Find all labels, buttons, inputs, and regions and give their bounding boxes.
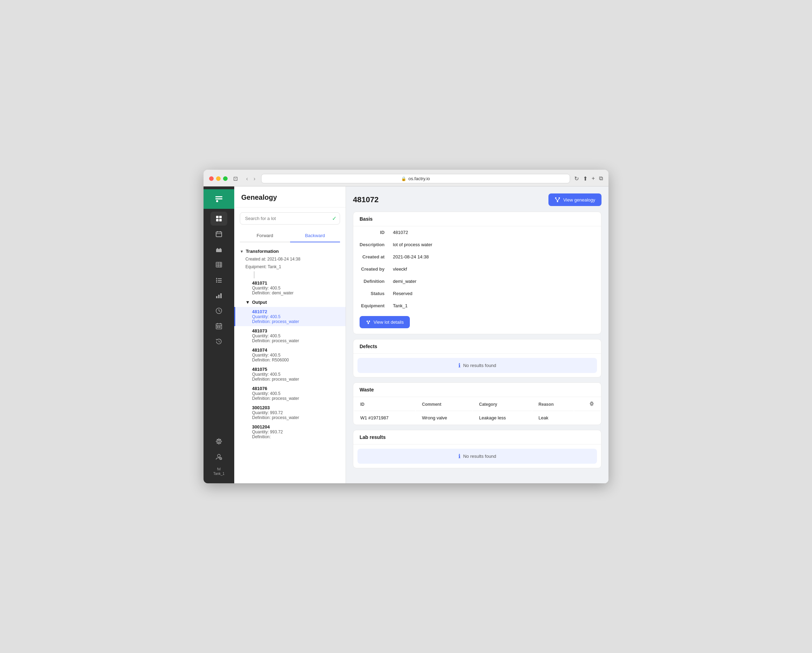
- svg-rect-6: [219, 219, 222, 222]
- lock-icon: 🔒: [401, 176, 406, 181]
- add-tab-icon[interactable]: +: [592, 175, 595, 182]
- sidebar-item-table[interactable]: [211, 258, 227, 272]
- sidebar-item-dashboard[interactable]: [211, 212, 227, 226]
- transformation-header[interactable]: ▼ Transformation: [234, 246, 346, 256]
- view-lot-label: View lot details: [374, 320, 404, 325]
- svg-point-39: [217, 454, 220, 457]
- item-id-481072: 481072: [252, 309, 340, 314]
- sidebar-item-clock[interactable]: [211, 304, 227, 318]
- output-header[interactable]: ▼ Output: [234, 298, 346, 307]
- col-category: Category: [473, 398, 531, 411]
- lab-no-results-text: No results found: [463, 454, 496, 459]
- basis-value-id: 481072: [393, 226, 595, 239]
- sidebar-item-calendar[interactable]: [211, 227, 227, 241]
- user-name: fvl: [217, 467, 221, 471]
- item-def-481075: Definition: process_water: [252, 377, 340, 382]
- user-location: Tank_1: [213, 472, 224, 476]
- view-genealogy-button[interactable]: View genealogy: [548, 193, 601, 206]
- svg-point-49: [368, 323, 369, 324]
- sidebar-item-settings[interactable]: [211, 434, 227, 448]
- lab-results-section: Lab results ℹ No results found: [353, 430, 601, 468]
- svg-point-47: [366, 321, 368, 322]
- svg-point-48: [369, 321, 370, 322]
- maximize-button[interactable]: [223, 176, 227, 181]
- svg-rect-24: [216, 296, 217, 298]
- item-qty-481072: Quantity: 400.5: [252, 314, 340, 319]
- col-id: ID: [354, 398, 415, 411]
- basis-value-definition: demi_water: [393, 275, 595, 288]
- close-button[interactable]: [209, 176, 214, 181]
- basis-label-equipment: Equipment: [360, 300, 393, 312]
- tree-item-481074[interactable]: 481074 Quantity: 400.5 Definition: R5060…: [234, 346, 346, 365]
- item-def-481072: Definition: process_water: [252, 319, 340, 324]
- defects-title: Defects: [353, 339, 601, 354]
- item-def-481071: Definition: demi_water: [252, 291, 340, 295]
- reload-icon[interactable]: ↻: [574, 175, 579, 182]
- list-icon: [215, 277, 222, 284]
- svg-rect-5: [216, 219, 218, 222]
- tab-forward[interactable]: Forward: [240, 229, 290, 242]
- sidebar-toggle-icon[interactable]: ⊡: [233, 175, 238, 182]
- sidebar-item-production[interactable]: [211, 288, 227, 303]
- sidebar-item-list[interactable]: [211, 273, 227, 287]
- svg-rect-7: [216, 232, 222, 237]
- item-id-481076: 481076: [252, 386, 340, 391]
- transformation-chevron: ▼: [240, 249, 244, 254]
- lot-detail-icon: [366, 320, 371, 325]
- view-lot-button[interactable]: View lot details: [360, 316, 410, 328]
- sidebar-item-factory[interactable]: [211, 242, 227, 256]
- sidebar-item-user-settings[interactable]: [211, 450, 227, 464]
- item-id-481071: 481071: [252, 280, 340, 286]
- basis-value-created-at: 2021-08-24 14:38: [393, 251, 595, 263]
- defects-no-results: ℹ No results found: [357, 358, 597, 373]
- tree-item-3001203[interactable]: 3001203 Quantity: 993.72 Definition: pro…: [234, 403, 346, 422]
- svg-point-52: [591, 403, 593, 405]
- item-def-3001203: Definition: process_water: [252, 415, 340, 420]
- tree-item-3001204[interactable]: 3001204 Quantity: 993.72 Definition:: [234, 422, 346, 441]
- basis-title: Basis: [353, 212, 601, 226]
- sidebar-item-history[interactable]: [211, 335, 227, 349]
- gear-icon[interactable]: [589, 401, 594, 406]
- svg-rect-26: [220, 293, 222, 298]
- svg-line-45: [556, 199, 557, 201]
- svg-line-37: [219, 341, 220, 342]
- browser-body: fvl Tank_1 Genealogy ✓: [203, 187, 609, 483]
- transformation-created-at: Created at: 2021-08-24 14:38: [234, 256, 346, 264]
- waste-reason: Leak: [533, 412, 574, 424]
- svg-rect-4: [219, 216, 222, 218]
- share-icon[interactable]: ⬆: [583, 175, 588, 182]
- item-qty-481074: Quantity: 400.5: [252, 353, 340, 358]
- dashboard-icon: [215, 215, 222, 222]
- item-def-3001204: Definition:: [252, 434, 340, 439]
- waste-row: W1 #1971987 Wrong valve Leakage less Lea…: [354, 412, 600, 424]
- svg-line-50: [367, 322, 368, 323]
- svg-rect-0: [215, 196, 222, 197]
- tree-item-481073[interactable]: 481073 Quantity: 400.5 Definition: proce…: [234, 326, 346, 346]
- production-icon: [215, 292, 222, 299]
- tree-item-481072[interactable]: 481072 Quantity: 400.5 Definition: proce…: [234, 307, 346, 326]
- item-qty-481073: Quantity: 400.5: [252, 333, 340, 338]
- tab-backward[interactable]: Backward: [290, 229, 340, 242]
- basis-section: Basis ID481072Descriptionlot of process …: [353, 212, 601, 334]
- waste-comment: Wrong valve: [416, 412, 472, 424]
- item-id-481074: 481074: [252, 347, 340, 353]
- address-bar[interactable]: 🔒 os.factry.io: [261, 174, 570, 184]
- minimize-button[interactable]: [216, 176, 221, 181]
- tree-item-481076[interactable]: 481076 Quantity: 400.5 Definition: proce…: [234, 384, 346, 403]
- basis-label-status: Status: [360, 288, 393, 300]
- sidebar-item-schedule[interactable]: [211, 319, 227, 333]
- defects-info-icon: ℹ: [458, 362, 461, 369]
- forward-button[interactable]: ›: [252, 175, 256, 183]
- view-genealogy-label: View genealogy: [563, 197, 595, 203]
- tree-item-481075[interactable]: 481075 Quantity: 400.5 Definition: proce…: [234, 365, 346, 384]
- back-button[interactable]: ‹: [245, 175, 249, 183]
- settings-icon: [215, 438, 222, 445]
- sidebar-user-label[interactable]: fvl Tank_1: [211, 465, 227, 478]
- basis-value-description: lot of process water: [393, 239, 595, 251]
- tree-item-481071[interactable]: 481071 Quantity: 400.5 Definition: demi_…: [234, 278, 346, 298]
- search-input[interactable]: [240, 212, 340, 225]
- tab-bar: Forward Backward: [240, 229, 340, 242]
- basis-value-created-by: vleeckf: [393, 263, 595, 275]
- browser-actions: ↻ ⬆ + ⧉: [574, 175, 603, 182]
- tabs-icon[interactable]: ⧉: [599, 175, 603, 182]
